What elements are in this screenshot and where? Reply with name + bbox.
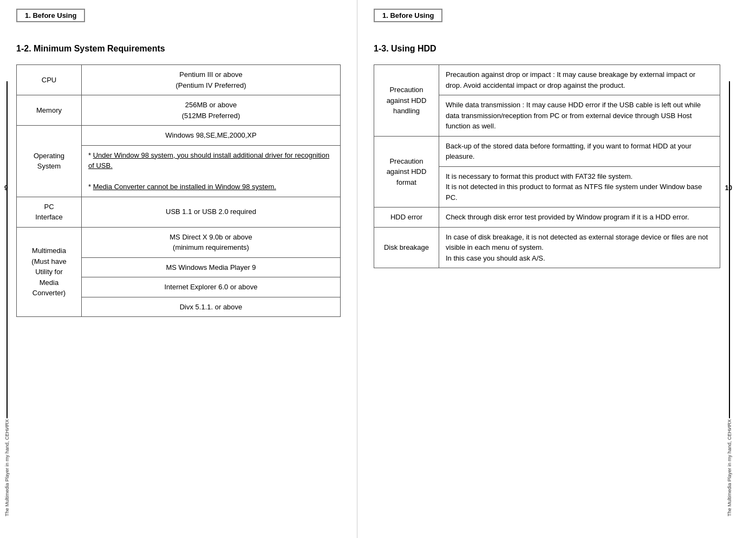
table-row: HDD error Check through disk error test … [374, 208, 720, 228]
right-sidebar-line [729, 81, 730, 418]
hdd-format-label: Precautionagainst HDDformat [374, 136, 439, 208]
os-content-2: * Under Window 98 system, you should ins… [82, 145, 341, 197]
os-label: OperatingSystem [17, 126, 82, 197]
table-row: Precautionagainst HDDformat Back-up of t… [374, 136, 720, 166]
right-sidebar: The Multimedia Player in my hand, CЕНИRX [727, 81, 732, 516]
right-section-header: 1. Before Using [374, 9, 442, 22]
hdd-handling-content-1: Precaution against drop or impact : It m… [439, 65, 720, 95]
multimedia-content-4: Divx 5.1.1. or above [82, 297, 341, 317]
cpu-content: Pentium III or above(Pentium IV Preferre… [82, 65, 341, 95]
left-sidebar-line [6, 81, 8, 418]
multimedia-content-1: MS Direct X 9.0b or above(minimum requir… [82, 227, 341, 257]
hdd-format-content-2: It is necessary to format this product w… [439, 166, 720, 208]
table-row: Memory 256MB or above(512MB Preferred) [17, 95, 341, 126]
multimedia-content-3: Internet Explorer 6.0 or above [82, 277, 341, 297]
left-page: 9 The Multimedia Player in my hand, CЕНИ… [0, 0, 357, 538]
table-row: Multimedia(Must haveUtility forMediaConv… [17, 227, 341, 257]
multimedia-label: Multimedia(Must haveUtility forMediaConv… [17, 227, 82, 317]
requirements-table: CPU Pentium III or above(Pentium IV Pref… [16, 64, 341, 317]
table-row: OperatingSystem Windows 98,SE,ME,2000,XP [17, 126, 341, 146]
table-row: Precautionagainst HDDhandling Precaution… [374, 65, 720, 95]
memory-content: 256MB or above(512MB Preferred) [82, 95, 341, 126]
right-page: 10 The Multimedia Player in my hand, CЕН… [357, 0, 737, 538]
disk-breakage-label: Disk breakage [374, 227, 439, 268]
left-section-header: 1. Before Using [16, 9, 85, 22]
hdd-handling-label: Precautionagainst HDDhandling [374, 65, 439, 137]
hdd-error-content: Check through disk error test provided b… [439, 208, 720, 228]
cpu-label: CPU [17, 65, 82, 95]
os-content-1: Windows 98,SE,ME,2000,XP [82, 126, 341, 146]
left-sidebar: The Multimedia Player in my hand, CЕНИRX [4, 81, 10, 516]
multimedia-content-2: MS Windows Media Player 9 [82, 257, 341, 277]
right-sidebar-text: The Multimedia Player in my hand, CЕНИRX [727, 419, 732, 516]
memory-label: Memory [17, 95, 82, 126]
left-sidebar-text: The Multimedia Player in my hand, CЕНИRX [4, 419, 10, 516]
hdd-format-content-1: Back-up of the stored data before format… [439, 136, 720, 166]
table-row: CPU Pentium III or above(Pentium IV Pref… [17, 65, 341, 95]
pc-interface-label: PCInterface [17, 197, 82, 227]
hdd-table: Precautionagainst HDDhandling Precaution… [374, 64, 720, 268]
hdd-error-label: HDD error [374, 208, 439, 228]
disk-breakage-content: In case of disk breakage, it is not dete… [439, 227, 720, 268]
hdd-handling-content-2: While data transmission : It may cause H… [439, 95, 720, 137]
right-section-title: 1-3. Using HDD [374, 44, 720, 54]
table-row: PCInterface USB 1.1 or USB 2.0 required [17, 197, 341, 227]
pc-interface-content: USB 1.1 or USB 2.0 required [82, 197, 341, 227]
left-section-title: 1-2. Minimum System Requirements [16, 44, 341, 54]
table-row: Disk breakage In case of disk breakage, … [374, 227, 720, 268]
